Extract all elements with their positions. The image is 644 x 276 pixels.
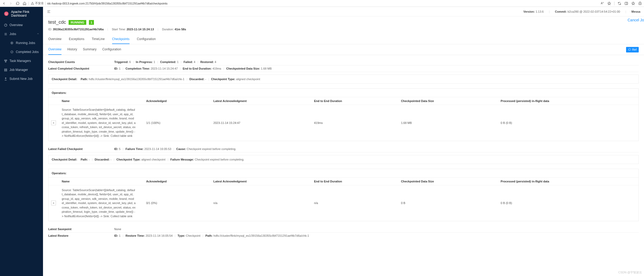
flink-logo-icon (4, 11, 9, 16)
refresh-label: Ref (632, 48, 637, 51)
reload-icon (628, 48, 631, 51)
cluster-icon (4, 59, 7, 63)
sidebar-item-label: Overview (9, 23, 23, 27)
divider (28, 2, 29, 5)
sub-tabs-row: Overview History Summary Configuration R… (43, 44, 644, 55)
svg-point-2 (4, 12, 9, 16)
logo[interactable]: Apache Flink Dashboard (0, 7, 43, 21)
latest-restore-row: Latest Restore ID: 1| Restore Time: 2023… (48, 233, 639, 239)
sidebar: Apache Flink Dashboard Overview Jobs Run… (0, 7, 43, 276)
refresh-button[interactable]: Ref (626, 47, 639, 52)
message-label: Messa (631, 10, 640, 13)
sidebar-item-task-managers[interactable]: Task Managers (0, 56, 43, 65)
build-icon (4, 68, 7, 72)
svg-rect-11 (4, 69, 7, 70)
home-icon[interactable] (23, 2, 26, 5)
col-e2e: End to End Duration (311, 97, 398, 105)
commit: Commit: b2ca390 @ 2022-02-03T14:54:22+01… (555, 10, 620, 13)
sidebar-item-running-jobs[interactable]: Running Jobs (0, 38, 43, 47)
tab-configuration[interactable]: Configuration (137, 35, 156, 44)
parallelism-badge: 1 (89, 20, 94, 25)
section-label: Latest Restore (48, 234, 114, 237)
main-tabs: Overview Exceptions TimeLine Checkpoints… (43, 35, 644, 44)
text-size-icon[interactable]: A^ (600, 2, 604, 5)
svg-rect-9 (6, 60, 7, 61)
collections-icon[interactable] (638, 2, 642, 5)
svg-point-7 (11, 51, 13, 53)
menu-collapse-icon[interactable] (47, 9, 51, 14)
check-circle-icon (10, 50, 14, 54)
url-text[interactable]: idc-hadoop-0013.ingeek.com:21750/#/job/3… (47, 2, 168, 5)
sidebar-item-submit-job[interactable]: Submit New Job (0, 74, 43, 83)
status-badge: RUNNING (69, 20, 86, 25)
expand-row-button[interactable]: + (51, 201, 56, 205)
col-inflight: Processed (persisted) in-flight data (498, 97, 638, 105)
latest-completed-row: Latest Completed Checkpoint ID: 1| Compl… (48, 65, 639, 72)
insecure-warning-icon[interactable]: 不安全 (31, 1, 44, 5)
sync-icon[interactable] (618, 2, 621, 5)
size-value: 1.68 MB (398, 105, 498, 141)
col-ack: Acknowledged (144, 97, 211, 105)
sidebar-item-job-manager[interactable]: Job Manager (0, 65, 43, 74)
section-label: Latest Savepoint (48, 227, 114, 231)
job-title-row: test_cdc RUNNING 1 (48, 20, 622, 25)
latest-ack-value: n/a (211, 185, 311, 221)
job-name: test_cdc (48, 20, 66, 25)
size-value: 0 B (398, 185, 498, 221)
main-content: Version: 1.13.6 | Commit: b2ca390 @ 2022… (43, 7, 644, 276)
sidepanel-icon[interactable] (624, 2, 628, 5)
section-label: Latest Failed Checkpoint (48, 147, 114, 151)
subtab-configuration[interactable]: Configuration (102, 44, 121, 55)
section-label: Checkpoint Counts (48, 60, 114, 64)
sidebar-item-jobs[interactable]: Jobs (0, 30, 43, 38)
tab-timeline[interactable]: TimeLine (92, 35, 105, 44)
col-name: Name (59, 177, 144, 185)
svg-point-4 (7, 13, 7, 14)
expand-row-button[interactable]: + (51, 120, 56, 125)
col-e2e: End to End Duration (311, 177, 398, 185)
sidebar-item-label: Running Jobs (16, 41, 35, 45)
upload-icon (4, 77, 7, 81)
divider (614, 2, 614, 5)
e2e-value: n/a (311, 185, 398, 221)
play-circle-icon (10, 41, 14, 45)
operators-title: Operators: (49, 89, 638, 97)
col-ack: Acknowledged (144, 177, 211, 185)
failed-detail-box: Checkpoint Detail: Path: -| Discarded: -… (48, 155, 639, 164)
svg-rect-12 (4, 70, 7, 71)
table-row: + Source: TableSourceScan(table=[[defaul… (49, 105, 638, 141)
sidebar-item-label: Submit New Job (9, 77, 32, 81)
sidebar-item-overview[interactable]: Overview (0, 21, 43, 30)
favorites-bar-icon[interactable] (631, 2, 635, 5)
checkpoint-counts-row: Checkpoint Counts Triggered: 6| In Progr… (48, 59, 639, 65)
subtab-summary[interactable]: Summary (83, 44, 96, 55)
browser-address-bar: 不安全 idc-hadoop-0013.ingeek.com:21750/#/j… (0, 0, 644, 7)
tab-exceptions[interactable]: Exceptions (69, 35, 84, 44)
ack-value: 0/1 (0%) (144, 185, 211, 221)
col-inflight: Processed (persisted) in-flight data (498, 177, 638, 185)
section-label: Latest Completed Checkpoint (48, 67, 114, 70)
divider (45, 2, 46, 5)
subtab-history[interactable]: History (67, 44, 77, 55)
subtab-overview[interactable]: Overview (48, 44, 61, 55)
operators-table: Name Acknowledged Latest Acknowledgment … (49, 97, 638, 141)
tab-checkpoints[interactable]: Checkpoints (112, 35, 130, 44)
reload-icon[interactable] (16, 2, 20, 5)
inflight-value: 0 B (0 B) (498, 105, 638, 141)
bars-icon (4, 32, 7, 36)
back-icon[interactable] (2, 2, 6, 5)
cancel-job-button[interactable]: Cancel Jo (628, 16, 644, 22)
tab-overview[interactable]: Overview (48, 35, 61, 44)
forward-icon[interactable] (9, 2, 13, 5)
sidebar-item-completed-jobs[interactable]: Completed Jobs (0, 47, 43, 56)
dashboard-icon (4, 23, 7, 27)
svg-rect-8 (4, 60, 5, 61)
latest-ack-value: 2023-11-14 15:24:47 (211, 105, 311, 141)
inflight-value: 0 B (0 B) (498, 185, 638, 221)
svg-point-3 (5, 13, 6, 14)
table-row: + Source: TableSourceScan(table=[[defaul… (49, 185, 638, 221)
favorite-icon[interactable] (607, 2, 611, 5)
ack-value: 1/1 (100%) (144, 105, 211, 141)
latest-savepoint-row: Latest Savepoint None (48, 226, 639, 233)
operators-title: Operators: (49, 169, 638, 177)
